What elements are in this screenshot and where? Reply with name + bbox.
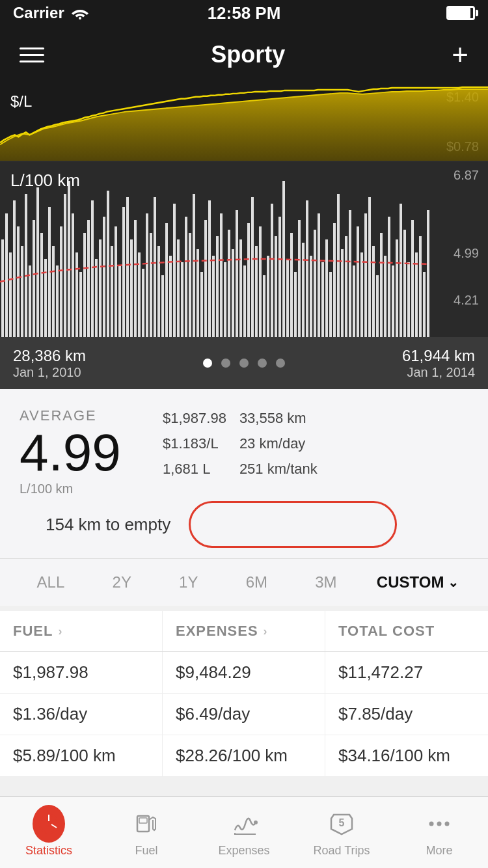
nav-bar: Sporty + <box>0 26 488 83</box>
svg-rect-94 <box>360 252 363 337</box>
time-filter: ALL 2Y 1Y 6M 3M CUSTOM ⌄ <box>0 558 488 606</box>
dot-3[interactable] <box>239 359 249 368</box>
td-expenses-1: $9,484.29 <box>163 652 325 693</box>
svg-rect-90 <box>345 236 347 337</box>
chart-dots[interactable] <box>203 359 285 368</box>
svg-rect-53 <box>200 272 203 337</box>
road-trips-icon: 5 <box>325 807 358 840</box>
svg-rect-69 <box>263 275 265 337</box>
td-total-2: $7.85/day <box>325 694 488 735</box>
filter-all[interactable]: ALL <box>29 568 73 597</box>
svg-rect-51 <box>193 194 195 337</box>
stats-km-per-day: 23 km/day <box>239 433 318 454</box>
table-row-2: $1.36/day $6.49/day $7.85/day <box>0 694 488 735</box>
stats-circle-svg <box>37 812 61 835</box>
svg-rect-100 <box>384 256 386 337</box>
svg-rect-40 <box>150 233 152 337</box>
stats-cost: $1,987.98 <box>163 407 226 429</box>
fuel-svg <box>132 809 161 838</box>
svg-rect-117 <box>139 818 147 823</box>
nav-fuel-label: Fuel <box>135 844 157 858</box>
nav-expenses[interactable]: Expenses <box>195 807 293 858</box>
filter-1y[interactable]: 1Y <box>171 568 206 597</box>
td-fuel-2: $1.36/day <box>0 694 163 735</box>
dot-1[interactable] <box>203 359 212 368</box>
svg-rect-11 <box>36 187 39 337</box>
svg-rect-85 <box>325 239 328 337</box>
svg-rect-7 <box>21 246 23 337</box>
stats-main: AVERAGE 4.99 L/100 km $1,987.98 $1.183/L… <box>20 407 468 496</box>
svg-rect-4 <box>9 252 12 337</box>
svg-rect-3 <box>5 213 8 337</box>
stats-col-1: $1,987.98 $1.183/L 1,681 L <box>163 407 226 480</box>
svg-rect-50 <box>189 233 191 337</box>
svg-rect-101 <box>388 217 390 337</box>
table-header: FUEL › EXPENSES › TOTAL COST <box>0 611 488 652</box>
svg-rect-48 <box>181 262 183 337</box>
svg-rect-83 <box>318 213 320 337</box>
dot-2[interactable] <box>221 359 230 368</box>
stats-kte-container: 154 km to empty <box>20 504 468 545</box>
svg-rect-77 <box>294 272 297 337</box>
th-fuel[interactable]: FUEL › <box>0 611 163 651</box>
svg-rect-24 <box>87 220 90 337</box>
svg-rect-80 <box>306 200 308 337</box>
svg-rect-84 <box>321 262 324 337</box>
svg-rect-79 <box>302 243 305 337</box>
svg-rect-34 <box>126 197 129 337</box>
end-date: Jan 1, 2014 <box>402 365 475 380</box>
table-row-1: $1,987.98 $9,484.29 $11,472.27 <box>0 652 488 694</box>
consumption-chart[interactable]: L/100 km 6.87 4.99 4.21 <box>0 161 488 337</box>
add-button[interactable]: + <box>452 40 468 69</box>
nav-more[interactable]: More <box>390 807 488 858</box>
bottom-nav: Statistics Fuel Expenses <box>0 796 488 868</box>
filter-3m[interactable]: 3M <box>307 568 344 597</box>
svg-rect-54 <box>204 220 207 337</box>
svg-rect-97 <box>372 246 375 337</box>
svg-rect-19 <box>68 181 70 337</box>
stats-col-2: 33,558 km 23 km/day 251 km/tank <box>239 407 318 480</box>
svg-rect-30 <box>111 246 113 337</box>
svg-rect-91 <box>349 210 351 337</box>
svg-rect-21 <box>75 252 78 337</box>
fuel-price-chart[interactable]: $/L $1.40 $0.78 <box>0 83 488 161</box>
svg-point-122 <box>437 822 442 826</box>
nav-road-trips[interactable]: 5 Road Trips <box>293 807 390 858</box>
dot-4[interactable] <box>258 359 267 368</box>
svg-rect-27 <box>99 239 102 337</box>
svg-rect-72 <box>275 236 277 337</box>
svg-rect-110 <box>423 272 426 337</box>
filter-2y[interactable]: 2Y <box>105 568 139 597</box>
svg-rect-28 <box>103 217 105 337</box>
svg-rect-43 <box>161 275 164 337</box>
svg-rect-87 <box>333 223 336 337</box>
consumption-mid: 4.99 <box>454 246 479 261</box>
filter-custom[interactable]: CUSTOM ⌄ <box>377 573 459 591</box>
svg-rect-86 <box>329 272 332 337</box>
svg-marker-1 <box>0 89 488 161</box>
consumption-low: 4.21 <box>454 293 479 308</box>
svg-rect-45 <box>169 256 172 337</box>
svg-rect-98 <box>376 275 379 337</box>
svg-rect-2 <box>1 239 4 337</box>
nav-statistics[interactable]: Statistics <box>0 807 98 858</box>
th-total-label: TOTAL COST <box>338 623 435 640</box>
svg-rect-29 <box>107 191 109 337</box>
svg-rect-66 <box>251 197 254 337</box>
svg-rect-95 <box>364 213 367 337</box>
filter-6m[interactable]: 6M <box>238 568 275 597</box>
svg-rect-82 <box>314 230 316 337</box>
fuel-chevron-icon: › <box>58 625 62 638</box>
svg-rect-81 <box>310 256 312 337</box>
svg-rect-58 <box>220 213 223 337</box>
svg-rect-71 <box>271 204 273 337</box>
menu-button[interactable] <box>20 47 44 62</box>
th-expenses[interactable]: EXPENSES › <box>163 611 325 651</box>
dot-5[interactable] <box>276 359 285 368</box>
svg-rect-23 <box>83 233 86 337</box>
stats-price-per-l: $1.183/L <box>163 433 226 454</box>
svg-point-121 <box>429 822 434 826</box>
svg-rect-22 <box>79 272 82 337</box>
nav-fuel[interactable]: Fuel <box>98 807 195 858</box>
stats-kte-text: 154 km to empty <box>20 504 197 545</box>
